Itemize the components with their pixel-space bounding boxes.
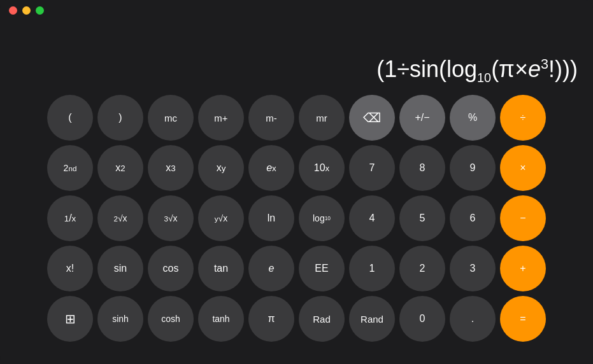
e-power-x-button[interactable]: ex: [248, 145, 294, 191]
x-squared-button[interactable]: x2: [97, 145, 143, 191]
button-row-3: 1/x2√x3√xy√xlnlog10456−: [6, 195, 587, 241]
close-paren-button[interactable]: ): [97, 95, 143, 141]
ten-power-x-button[interactable]: 10x: [299, 145, 345, 191]
two-button[interactable]: 2: [399, 246, 445, 291]
nine-button[interactable]: 9: [450, 145, 496, 191]
divide-button[interactable]: ÷: [500, 95, 546, 141]
sinh-button[interactable]: sinh: [97, 296, 143, 342]
minimize-button[interactable]: [22, 6, 31, 15]
calculator-window: (1÷sin(log10(π×e3!))) ()mcm+m-mr⌫+/−%÷2n…: [0, 0, 593, 364]
button-row-5: ⊞sinhcoshtanhπRadRand0.=: [6, 296, 587, 342]
buttons-area: ()mcm+m-mr⌫+/−%÷2ndx2x3xyex10x789×1/x2√x…: [0, 91, 593, 348]
cos-button[interactable]: cos: [148, 246, 194, 291]
second-button[interactable]: 2nd: [47, 145, 93, 191]
sin-button[interactable]: sin: [97, 246, 143, 291]
factorial-button[interactable]: x!: [47, 246, 93, 291]
multiply-button[interactable]: ×: [500, 145, 546, 191]
add-button[interactable]: +: [500, 246, 546, 291]
four-button[interactable]: 4: [349, 195, 395, 241]
equals-button[interactable]: =: [500, 296, 546, 342]
five-button[interactable]: 5: [399, 195, 445, 241]
memory-recall-button[interactable]: mr: [299, 95, 345, 141]
ee-button[interactable]: EE: [299, 246, 345, 291]
log10-button[interactable]: log10: [299, 195, 345, 241]
one-button[interactable]: 1: [349, 246, 395, 291]
percent-button[interactable]: %: [450, 95, 496, 141]
open-paren-button[interactable]: (: [47, 95, 93, 141]
button-row-1: ()mcm+m-mr⌫+/−%÷: [6, 95, 587, 141]
rand-button[interactable]: Rand: [349, 296, 395, 342]
tan-button[interactable]: tan: [198, 246, 244, 291]
square-root-button[interactable]: 2√x: [97, 195, 143, 241]
plus-minus-button[interactable]: +/−: [399, 95, 445, 141]
six-button[interactable]: 6: [450, 195, 496, 241]
backspace-button[interactable]: ⌫: [349, 95, 395, 141]
three-button[interactable]: 3: [450, 246, 496, 291]
button-row-2: 2ndx2x3xyex10x789×: [6, 145, 587, 191]
x-cubed-button[interactable]: x3: [148, 145, 194, 191]
cube-root-button[interactable]: 3√x: [148, 195, 194, 241]
tanh-button[interactable]: tanh: [198, 296, 244, 342]
titlebar: [0, 0, 593, 21]
memory-subtract-button[interactable]: m-: [248, 95, 294, 141]
maximize-button[interactable]: [36, 6, 44, 15]
pi-button[interactable]: π: [248, 296, 294, 342]
close-button[interactable]: [9, 6, 17, 15]
zero-button[interactable]: 0: [399, 296, 445, 342]
memory-clear-button[interactable]: mc: [148, 95, 194, 141]
memory-add-button[interactable]: m+: [198, 95, 244, 141]
display: (1÷sin(log10(π×e3!))): [0, 21, 593, 91]
decimal-button[interactable]: .: [450, 296, 496, 342]
grid-button[interactable]: ⊞: [47, 296, 93, 342]
cosh-button[interactable]: cosh: [148, 296, 194, 342]
x-power-y-button[interactable]: xy: [198, 145, 244, 191]
subtract-button[interactable]: −: [500, 195, 546, 241]
y-root-button[interactable]: y√x: [198, 195, 244, 241]
eight-button[interactable]: 8: [399, 145, 445, 191]
ln-button[interactable]: ln: [248, 195, 294, 241]
euler-button[interactable]: e: [248, 246, 294, 291]
seven-button[interactable]: 7: [349, 145, 395, 191]
rad-button[interactable]: Rad: [299, 296, 345, 342]
button-row-4: x!sincostaneEE123+: [6, 246, 587, 291]
display-text: (1÷sin(log10(π×e3!))): [376, 55, 578, 86]
one-over-x-button[interactable]: 1/x: [47, 195, 93, 241]
